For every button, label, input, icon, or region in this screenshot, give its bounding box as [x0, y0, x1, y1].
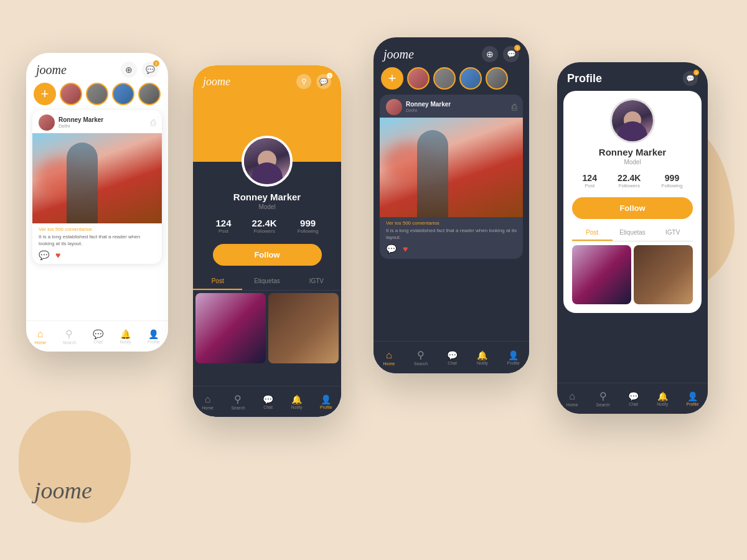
phone1-header-icons: ⊕ 💬 3: [121, 62, 158, 78]
phone4-nav-home[interactable]: ⌂ Home: [566, 391, 578, 407]
phone4-thumb1: [572, 245, 631, 304]
phone3-comment-icon[interactable]: 💬: [386, 244, 397, 254]
nav-search[interactable]: ⚲ Search: [62, 328, 76, 345]
decorative-blob-left: [19, 411, 131, 523]
phone3-nav-chat[interactable]: 💬 Chat: [447, 350, 458, 365]
phone3-story-3[interactable]: [459, 67, 482, 90]
phone4-nav-chat[interactable]: 💬 Chat: [628, 391, 639, 406]
nav2-search-icon: ⚲: [234, 393, 242, 405]
phone4-tab-etiquetas[interactable]: Etiquetas: [613, 225, 653, 241]
phone3-profile-label: Profile: [507, 361, 520, 365]
post-user: Ronney Marker Delhi: [39, 114, 103, 131]
phone4-notify-icon: 🔔: [657, 391, 668, 401]
phone2-header-icons: ⚲ 💬 3: [296, 74, 331, 89]
phone4-stat-following-label: Following: [662, 183, 683, 189]
profile-icon: 👤: [148, 329, 159, 339]
story-4[interactable]: [138, 83, 161, 105]
phone4-bottom-nav: ⌂ Home ⚲ Search 💬 Chat 🔔 Notify 👤 Profil…: [557, 383, 708, 414]
brand-watermark: joome: [34, 477, 92, 504]
phone4-nav-profile[interactable]: 👤 Profile: [686, 391, 698, 406]
stat-post-label: Post: [216, 228, 232, 234]
nav-chat[interactable]: 💬 Chat: [93, 329, 103, 344]
phone3-story-add[interactable]: +: [381, 67, 403, 90]
phone2-logo: joome: [203, 75, 230, 88]
search-label: Search: [62, 340, 76, 345]
phone2-search-icon[interactable]: ⚲: [296, 74, 311, 89]
phone4-tab-post[interactable]: Post: [572, 225, 613, 241]
nav2-home-icon: ⌂: [205, 394, 211, 405]
phone4-chat-label: Chat: [629, 402, 638, 406]
stat-following: 999 Following: [298, 218, 319, 234]
phone3-header-icons: ⊕ 💬 3: [482, 46, 519, 62]
phone2-profile-name: Ronney Marker: [233, 192, 301, 202]
comment-action-icon[interactable]: 💬: [39, 250, 49, 260]
phone3-story-1[interactable]: [407, 67, 430, 90]
phone3-story-2[interactable]: [433, 67, 456, 90]
phone3-post: Ronney Marker Delhi ⎙ Ver los 500 coment…: [380, 95, 523, 259]
tab-etiquetas[interactable]: Etiquetas: [242, 273, 291, 290]
nav2-profile[interactable]: 👤 Profile: [320, 394, 332, 409]
phone3-share-icon[interactable]: ⎙: [512, 102, 517, 112]
phone3-like-icon[interactable]: ♥: [403, 244, 408, 254]
phone4-nav-search[interactable]: ⚲ Search: [596, 390, 610, 407]
nav2-search[interactable]: ⚲ Search: [231, 393, 245, 410]
phone3-post-footer: Ver los 500 comentarios It is a long est…: [380, 217, 523, 259]
nav2-home[interactable]: ⌂ Home: [202, 394, 214, 410]
phone4: Profile 💬 3 Ronney Marker Model 124 Post: [557, 62, 708, 414]
phone1-chat-icon[interactable]: 💬 3: [142, 62, 158, 78]
phone1-badge: 3: [153, 60, 159, 67]
nav2-chat[interactable]: 💬 Chat: [263, 394, 273, 409]
post-share-icon[interactable]: ⎙: [151, 118, 156, 128]
post-image: [32, 133, 162, 223]
phone4-tab-igtv[interactable]: IGTV: [652, 225, 693, 241]
phone1-bottom-nav: ⌂ Home ⚲ Search 💬 Chat 🔔 Notify 👤 Profil…: [26, 320, 168, 352]
phone1-stories: +: [26, 82, 168, 110]
phone4-home-label: Home: [566, 403, 578, 407]
phone3-chat-icon[interactable]: 💬 3: [503, 46, 519, 62]
phone3-logo: joome: [383, 47, 414, 62]
phone4-chat-icon[interactable]: 💬 3: [683, 71, 698, 86]
post-footer: Ver los 500 comentarios It is a long est…: [32, 223, 162, 264]
nav2-chat-label: Chat: [263, 405, 273, 409]
phone1-add-icon[interactable]: ⊕: [121, 62, 137, 78]
phone3-story-4[interactable]: [486, 67, 508, 90]
phone4-follow-btn[interactable]: Follow: [572, 197, 693, 219]
phone4-nav-notify[interactable]: 🔔 Notify: [657, 391, 668, 406]
phone2-follow-btn[interactable]: Follow: [213, 244, 322, 266]
phone3-nav-profile[interactable]: 👤 Profile: [507, 350, 520, 365]
phone3-nav-notify[interactable]: 🔔 Notify: [477, 350, 488, 365]
phone3-chat-nav-icon: 💬: [447, 350, 458, 360]
story-1[interactable]: [60, 83, 82, 105]
phone3-add-icon[interactable]: ⊕: [482, 46, 498, 62]
tab-igtv[interactable]: IGTV: [292, 273, 341, 290]
story-add-btn[interactable]: +: [34, 83, 56, 105]
post-avatar: [39, 114, 55, 131]
phone3-chat-label: Chat: [448, 361, 457, 365]
phone4-thumb2: [634, 245, 693, 304]
nav-home[interactable]: ⌂ Home: [34, 329, 46, 345]
post-location: Delhi: [59, 123, 103, 129]
phone4-header: Profile 💬 3: [557, 62, 708, 91]
phone4-stat-followers-value: 22.4K: [618, 173, 641, 183]
tab-post[interactable]: Post: [193, 273, 242, 290]
phone3-search-icon: ⚲: [417, 349, 425, 361]
phone3-post-image: [380, 118, 523, 217]
post-actions: 💬 ♥: [39, 250, 156, 260]
story-2[interactable]: [86, 83, 108, 105]
phone3-home-label: Home: [383, 362, 395, 366]
phone1: joome ⊕ 💬 3 + Ronney Marker Delhi ⎙: [26, 53, 168, 352]
phone2-bottom: Ronney Marker Model 124 Post 22.4K Follo…: [193, 162, 341, 398]
chat-label: Chat: [93, 340, 103, 344]
story-3[interactable]: [112, 83, 134, 105]
phone4-stat-post-label: Post: [583, 183, 597, 189]
phone2-chat-icon[interactable]: 💬 3: [316, 74, 331, 89]
phone3-comments-link[interactable]: Ver los 500 comentarios: [386, 220, 517, 226]
nav-notify[interactable]: 🔔 Notify: [120, 329, 131, 344]
nav2-notify[interactable]: 🔔 Notify: [291, 394, 303, 409]
phone3-nav-home[interactable]: ⌂ Home: [383, 350, 395, 366]
phone3-nav-search[interactable]: ⚲ Search: [414, 349, 428, 366]
phone2-profile-title: Model: [258, 203, 275, 210]
like-action-icon[interactable]: ♥: [55, 250, 60, 260]
post-comments-link[interactable]: Ver los 500 comentarios: [39, 226, 156, 232]
nav-profile[interactable]: 👤 Profile: [148, 329, 160, 344]
